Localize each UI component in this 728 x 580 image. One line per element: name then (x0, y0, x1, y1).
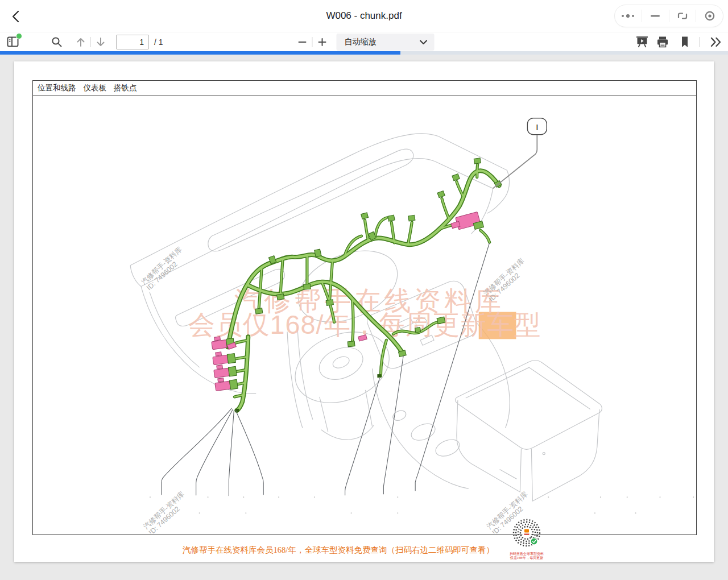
print-button[interactable] (655, 35, 670, 49)
target-circle-icon (704, 10, 715, 22)
toolbar-divider (90, 37, 91, 47)
title-bar: W006 - chunk.pdf (0, 0, 728, 32)
bookmark-icon (680, 36, 690, 48)
search-icon (51, 36, 63, 48)
sidebar-notification-dot (16, 33, 22, 39)
record-button[interactable] (696, 5, 723, 27)
zoom-in-button[interactable] (315, 35, 330, 49)
zoom-controls: 自动缩放 (295, 32, 435, 52)
callout-label: I (536, 122, 538, 132)
more-tools-button[interactable] (709, 35, 723, 49)
arrow-down-icon (95, 36, 106, 48)
qr-caption: 扫码查看全球车型资料 仅需168/年，每周更新 (510, 552, 544, 560)
chevron-down-icon (420, 40, 428, 45)
callout-I: I (493, 118, 547, 189)
sidebar-toggle-button[interactable] (5, 35, 20, 49)
leader-lines (150, 243, 694, 513)
app-window: W006 - chunk.pdf (0, 0, 728, 580)
header-tab-ground: 搭铁点 (114, 83, 137, 93)
qr-caption-line1: 扫码查看全球车型资料 (510, 552, 544, 556)
minimize-button[interactable] (642, 5, 669, 27)
window-capsule-controls (614, 5, 723, 27)
bookmark-button[interactable] (677, 35, 692, 49)
page-total-label: / 1 (154, 38, 163, 47)
toolbar-divider (312, 37, 313, 47)
maximize-icon (677, 10, 688, 22)
footer-notice: 汽修帮手在线资料库会员168/年，全球车型资料免费查询（扫码右边二维码即可查看） (14, 545, 663, 556)
harness-end-tip (377, 374, 381, 378)
page-number-input[interactable] (116, 35, 149, 49)
qr-logo (524, 529, 529, 533)
search-button[interactable] (49, 35, 64, 49)
presentation-mode-button[interactable] (635, 35, 650, 49)
print-icon (656, 35, 669, 49)
pdf-toolbar: / 1 自动缩放 (0, 32, 728, 51)
double-chevron-right-icon (710, 36, 722, 48)
plus-icon (317, 37, 328, 47)
drawing-header: 位置和线路 仪表板 搭铁点 (33, 81, 696, 96)
more-dots-icon (621, 13, 635, 19)
zoom-out-button[interactable] (295, 35, 310, 49)
qr-caption-line2: 仅需168/年，每周更新 (510, 556, 544, 560)
drawing-frame: 位置和线路 仪表板 搭铁点 (32, 80, 697, 535)
toolbar-divider (699, 37, 700, 47)
wiring-diagram-svg: .art { fill:none; stroke:#c5c7ca; stroke… (33, 96, 696, 533)
previous-page-button[interactable] (73, 35, 88, 49)
header-tab-panel: 仪表板 (84, 83, 107, 93)
back-chevron-icon (11, 10, 21, 23)
arrow-up-icon (75, 36, 86, 48)
more-button[interactable] (615, 5, 642, 27)
maximize-button[interactable] (669, 5, 696, 27)
minus-icon (297, 37, 308, 47)
next-page-button[interactable] (93, 35, 108, 49)
qr-badge (531, 538, 537, 545)
zoom-select-value: 自动缩放 (345, 37, 420, 47)
toolbar-right-tools (629, 35, 723, 49)
minimize-icon (650, 14, 660, 18)
qr-code-icon (510, 516, 544, 551)
pdf-page: 位置和线路 仪表板 搭铁点 (14, 61, 714, 562)
pdf-viewer-area: 位置和线路 仪表板 搭铁点 (0, 55, 728, 580)
back-button[interactable] (8, 9, 24, 24)
zoom-select[interactable]: 自动缩放 (337, 34, 435, 51)
header-tab-location: 位置和线路 (38, 83, 76, 93)
qr-code: 扫码查看全球车型资料 仅需168/年，每周更新 (510, 516, 544, 560)
presentation-icon (635, 35, 649, 49)
